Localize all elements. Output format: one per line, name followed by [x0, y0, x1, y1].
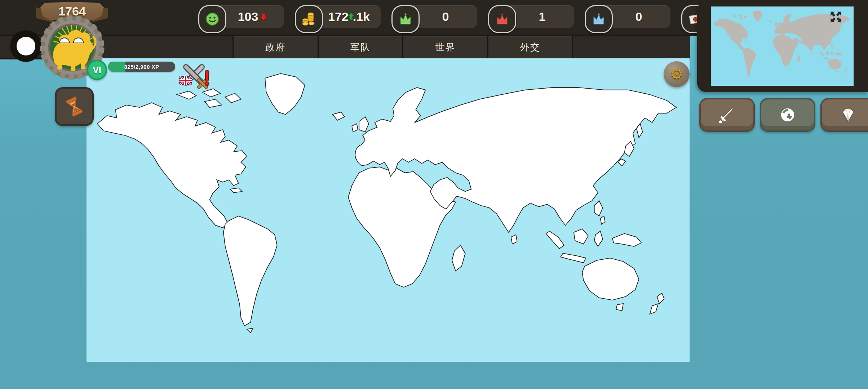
crown-red-value: 1 — [539, 10, 546, 24]
xp-bar: 825/2,900 XP — [108, 62, 175, 72]
resource-crown-red[interactable]: 1 — [488, 5, 574, 31]
resource-row: 103 172.1k 0 1 0 2 — [198, 5, 767, 31]
globe-button[interactable] — [760, 98, 815, 132]
crown-blue-value: 0 — [636, 10, 642, 24]
globe-icon — [778, 106, 797, 124]
tab-diplomacy[interactable]: 外交 — [487, 36, 574, 58]
gold-value-main: 172 — [328, 10, 349, 24]
gems-button[interactable] — [820, 98, 868, 132]
resource-crown-green[interactable]: 0 — [391, 5, 477, 31]
crown-green-value: 0 — [442, 10, 449, 24]
crown-red-icon — [488, 5, 516, 33]
round-toggle[interactable] — [10, 30, 42, 62]
resource-crown-blue[interactable]: 0 — [585, 5, 670, 31]
game-screen: { "hud": { "year": "1764", "level": "VI"… — [0, 0, 868, 389]
level-badge: VI — [87, 60, 107, 80]
gear-icon: ⚙ — [670, 67, 683, 82]
expand-minimap-button[interactable] — [829, 10, 843, 24]
war-marker[interactable]: ! — [178, 59, 213, 94]
map-settings-button[interactable]: ⚙ — [664, 61, 690, 87]
sword-icon — [718, 106, 736, 124]
happiness-value: 103 — [238, 10, 258, 24]
toggle-dot — [17, 37, 35, 55]
gold-value-suffix: .1k — [353, 10, 370, 24]
resource-gold[interactable]: 172.1k — [295, 5, 381, 31]
trend-down-icon — [260, 12, 267, 21]
nav-tabs: 政府 军队 世界 外交 — [232, 36, 573, 58]
crown-blue-icon — [585, 5, 613, 33]
tab-military[interactable]: 军队 — [318, 36, 403, 58]
crown-green-icon — [391, 5, 420, 33]
hourglass-button[interactable] — [55, 87, 94, 126]
coins-icon — [295, 5, 323, 33]
happiness-smiley-icon — [198, 5, 226, 33]
war-alert-mark: ! — [204, 66, 211, 90]
tab-government[interactable]: 政府 — [232, 36, 318, 58]
tab-world[interactable]: 世界 — [402, 36, 487, 58]
united-kingdom-flag-icon — [180, 76, 192, 85]
expand-arrows-icon — [829, 10, 843, 24]
hourglass-icon — [63, 95, 86, 118]
minimap[interactable] — [711, 6, 854, 86]
resource-happiness[interactable]: 103 — [198, 5, 284, 31]
minimap-panel — [697, 0, 868, 92]
world-map[interactable] — [87, 58, 690, 362]
diamond-icon — [838, 106, 858, 124]
side-button-row — [699, 98, 868, 132]
war-button[interactable] — [699, 98, 755, 132]
xp-label: 825/2,900 XP — [108, 62, 175, 72]
